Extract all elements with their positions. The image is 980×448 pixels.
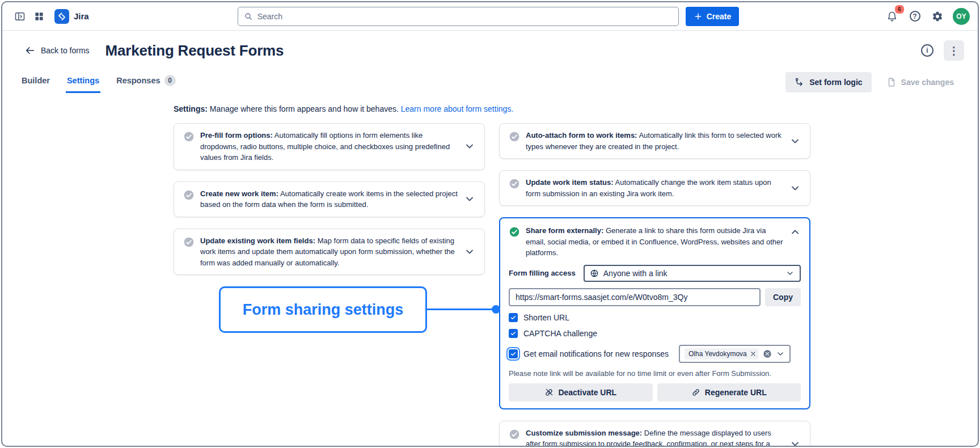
tab-settings[interactable]: Settings <box>66 71 100 93</box>
chevron-down-icon[interactable] <box>464 141 475 152</box>
captcha-checkbox[interactable] <box>509 329 518 338</box>
card-text: Update work item status: Automatically c… <box>526 177 784 199</box>
page-title: Marketing Request Forms <box>105 42 284 60</box>
check-circle-icon <box>183 236 195 248</box>
link-icon <box>691 388 700 397</box>
prefill-form-options-card[interactable]: Pre-fill form options: Automatically fil… <box>174 123 485 170</box>
header-actions: i ⋮ <box>918 40 964 61</box>
back-to-forms-button[interactable]: Back to forms <box>25 45 90 56</box>
share-url-input[interactable] <box>509 288 761 306</box>
check-circle-icon <box>509 131 520 142</box>
settings-columns: Pre-fill form options: Automatically fil… <box>174 123 810 447</box>
tab-responses[interactable]: Responses 0 <box>115 71 176 93</box>
chevron-down-icon[interactable] <box>776 349 785 358</box>
recipient-name: Olha Yevdokymova <box>688 350 747 358</box>
plus-icon <box>694 12 703 21</box>
share-url-row: Copy <box>509 288 801 306</box>
settings-column-right: Auto-attach form to work items: Automati… <box>499 123 810 447</box>
share-form-externally-panel: Share form externally: Generate a link t… <box>499 217 810 409</box>
branch-icon <box>795 77 805 87</box>
set-form-logic-button[interactable]: Set form logic <box>785 72 871 92</box>
create-button[interactable]: Create <box>686 7 740 26</box>
share-availability-note: Please note link will be available for n… <box>509 369 801 378</box>
chevron-up-icon[interactable] <box>789 226 801 238</box>
create-new-work-item-card[interactable]: Create new work item: Automatically crea… <box>174 181 485 217</box>
save-icon <box>886 77 897 87</box>
topbar-actions: 6 ? OY <box>882 7 970 26</box>
create-button-label: Create <box>707 12 732 21</box>
jira-logo-icon <box>54 9 69 24</box>
search-input[interactable] <box>257 12 673 21</box>
page-header: Back to forms Marketing Request Forms i … <box>25 40 964 61</box>
check-circle-green-icon <box>509 226 520 238</box>
help-icon: ? <box>910 11 920 22</box>
top-navigation-bar: Jira Create 6 ? OY <box>2 2 978 31</box>
access-selected-value: Anyone with a link <box>603 269 668 278</box>
card-text: Auto-attach form to work items: Automati… <box>526 130 784 152</box>
captcha-label: CAPTCHA challenge <box>523 329 597 338</box>
email-notifications-label: Get email notifications for new response… <box>523 349 669 358</box>
deactivate-url-button[interactable]: Deactivate URL <box>509 383 653 401</box>
global-search <box>238 7 679 26</box>
notification-badge: 6 <box>895 5 904 14</box>
notifications-button[interactable]: 6 <box>882 7 902 26</box>
remove-tag-icon[interactable] <box>750 350 757 357</box>
annotation-connector-line <box>427 308 496 310</box>
share-panel-header[interactable]: Share form externally: Generate a link t… <box>509 225 801 259</box>
search-icon <box>244 12 253 21</box>
settings-button[interactable] <box>928 7 947 26</box>
profile-avatar[interactable]: OY <box>953 8 970 25</box>
update-status-card[interactable]: Update work item status: Automatically c… <box>499 170 810 206</box>
learn-more-link[interactable]: Learn more about form settings. <box>401 104 513 113</box>
card-text: Pre-fill form options: Automatically fil… <box>200 130 458 163</box>
auto-attach-card[interactable]: Auto-attach form to work items: Automati… <box>499 123 810 159</box>
card-text: Update existing work item fields: Map fo… <box>200 235 458 269</box>
info-icon: i <box>921 44 933 57</box>
chevron-down-icon[interactable] <box>464 246 475 257</box>
check-icon <box>510 330 517 337</box>
settings-column-left: Pre-fill form options: Automatically fil… <box>174 123 485 275</box>
settings-intro: Settings: Manage where this form appears… <box>174 103 810 115</box>
chevron-down-icon <box>785 269 795 278</box>
arrow-left-icon <box>25 45 35 56</box>
customize-submission-message-card[interactable]: Customize submission message: Define the… <box>499 421 810 447</box>
copy-url-button[interactable]: Copy <box>765 288 801 306</box>
app-switcher-button[interactable] <box>29 7 49 26</box>
more-menu-button[interactable]: ⋮ <box>944 40 964 61</box>
email-notifications-checkbox[interactable] <box>509 349 518 358</box>
jira-home-link[interactable]: Jira <box>54 9 89 24</box>
form-filling-access-select[interactable]: Anyone with a link <box>584 265 801 282</box>
shorten-url-label: Shorten URL <box>523 313 569 322</box>
tab-builder[interactable]: Builder <box>20 71 51 93</box>
annotation-label: Form sharing settings <box>243 301 404 319</box>
more-icon: ⋮ <box>949 44 960 57</box>
email-notifications-option: Get email notifications for new response… <box>509 345 801 363</box>
globe-icon <box>590 269 599 278</box>
info-button[interactable]: i <box>918 41 937 60</box>
help-button[interactable]: ? <box>905 7 924 26</box>
chevron-down-icon[interactable] <box>789 438 801 447</box>
shorten-url-option: Shorten URL <box>509 313 801 322</box>
chevron-down-icon[interactable] <box>789 183 801 194</box>
check-circle-icon <box>509 178 520 189</box>
card-text: Customize submission message: Define the… <box>526 428 784 447</box>
check-circle-icon <box>183 189 195 201</box>
app-window: Jira Create 6 ? OY Back to f <box>1 1 979 447</box>
responses-count-badge: 0 <box>164 75 176 86</box>
chevron-down-icon[interactable] <box>789 136 801 147</box>
form-toolbar: Set form logic Save changes <box>785 72 960 92</box>
check-icon <box>510 350 517 357</box>
save-changes-button[interactable]: Save changes <box>881 72 960 92</box>
card-text: Create new work item: Automatically crea… <box>200 188 458 210</box>
gear-icon <box>932 11 943 22</box>
share-panel-text: Share form externally: Generate a link t… <box>526 225 784 259</box>
notification-recipients-select[interactable]: Olha Yevdokymova <box>679 345 791 363</box>
chevron-down-icon[interactable] <box>464 193 475 205</box>
form-filling-access-label: Form filling access <box>509 269 576 277</box>
shorten-url-checkbox[interactable] <box>509 313 518 322</box>
update-existing-fields-card[interactable]: Update existing work item fields: Map fo… <box>174 229 485 276</box>
annotation-callout: Form sharing settings <box>219 286 427 333</box>
clear-selection-icon[interactable] <box>763 349 772 358</box>
sidebar-toggle-button[interactable] <box>10 7 29 26</box>
regenerate-url-button[interactable]: Regenerate URL <box>657 383 801 401</box>
